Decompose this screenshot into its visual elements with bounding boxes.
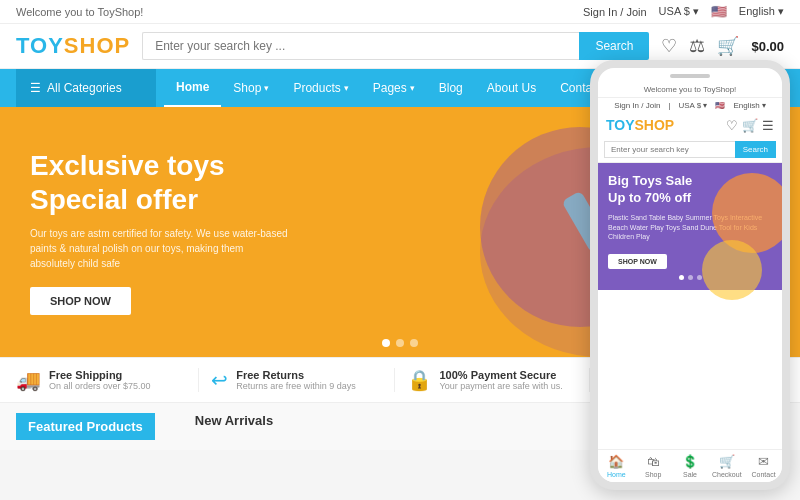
nav-links: Home Shop ▾ Products ▾ Pages ▾ Blog Abou… [164,69,632,107]
new-arrivals-label: New Arrivals [195,413,273,440]
phone-auth-row: Sign In / Join | USA $ ▾ 🇺🇸 English ▾ [598,98,782,113]
shipping-title: Free Shipping [49,369,151,381]
phone-nav-home[interactable]: 🏠 Home [598,454,635,478]
returns-sub: Returns are free within 9 days [236,381,356,391]
phone-dot-3[interactable] [697,275,702,280]
search-bar: Search [142,32,649,60]
cart-price[interactable]: $0.00 [751,39,784,54]
phone-contact-icon: ✉ [758,454,769,469]
search-input[interactable] [142,32,579,60]
phone-dot-1[interactable] [679,275,684,280]
hamburger-icon: ☰ [30,81,41,95]
phone-language[interactable]: English ▾ [733,101,765,110]
phone-wishlist-icon[interactable]: ♡ [726,118,738,133]
phone-logo: TOYSHOP [606,117,674,133]
all-categories-btn[interactable]: ☰ All Categories [16,69,156,107]
payment-sub: Your payment are safe with us. [440,381,563,391]
phone-search: Search [598,137,782,163]
mobile-phone-overlay: Welcome you to ToyShop! Sign In / Join |… [590,60,790,490]
phone-menu-icon[interactable]: ☰ [762,118,774,133]
phone-search-input[interactable] [604,141,735,158]
phone-nav-sale[interactable]: 💲 Sale [672,454,709,478]
phone-nav-contact[interactable]: ✉ Contact [745,454,782,478]
shipping-icon: 🚚 [16,368,41,392]
shipping-sub: On all orders over $75.00 [49,381,151,391]
wishlist-icon[interactable]: ♡ [661,35,677,57]
payment-icon: 🔒 [407,368,432,392]
logo-toy: TOY [16,33,64,58]
top-bar: Welcome you to ToyShop! Sign In / Join U… [0,0,800,24]
phone-dot-2[interactable] [688,275,693,280]
returns-title: Free Returns [236,369,356,381]
feature-payment: 🔒 100% Payment Secure Your payment are s… [395,368,590,392]
hero-title: Exclusive toys Special offer [30,149,290,216]
phone-search-button[interactable]: Search [735,141,776,158]
phone-hero-shop-now-button[interactable]: SHOP NOW [608,254,667,269]
phone-inner: Welcome you to ToyShop! Sign In / Join |… [598,82,782,482]
phone-welcome: Welcome you to ToyShop! [644,85,737,94]
phone-checkout-icon: 🛒 [719,454,735,469]
compare-icon[interactable]: ⚖ [689,35,705,57]
nav-pages[interactable]: Pages ▾ [361,69,427,107]
phone-hero-circle2 [702,240,762,300]
phone-home-icon: 🏠 [608,454,624,469]
phone-bottom-nav: 🏠 Home 🛍 Shop 💲 Sale 🛒 Checkout ✉ [598,449,782,482]
feature-shipping: 🚚 Free Shipping On all orders over $75.0… [16,368,199,392]
phone-header: TOYSHOP ♡ 🛒 ☰ [598,113,782,137]
currency-selector[interactable]: USA $ ▾ [659,5,699,18]
dot-3[interactable] [410,339,418,347]
dot-1[interactable] [382,339,390,347]
search-button[interactable]: Search [579,32,649,60]
phone-nav-checkout[interactable]: 🛒 Checkout [708,454,745,478]
hero-dots [382,339,418,347]
phone-currency[interactable]: USA $ ▾ [678,101,707,110]
nav-home[interactable]: Home [164,69,221,107]
phone-signin[interactable]: Sign In / Join [614,101,660,110]
hero-description: Our toys are astm certified for safety. … [30,226,290,271]
phone-header-icons: ♡ 🛒 ☰ [726,118,774,133]
phone-shop-icon: 🛍 [647,454,660,469]
feature-returns: ↩ Free Returns Returns are free within 9… [199,368,394,392]
header-icons: ♡ ⚖ 🛒 $0.00 [661,35,784,57]
language-selector[interactable]: English ▾ [739,5,784,18]
phone-cart-icon[interactable]: 🛒 [742,118,758,133]
phone-speaker [670,74,710,78]
phone-logo-shop: SHOP [635,117,675,133]
phone-topbar: Welcome you to ToyShop! [598,82,782,98]
hero-shop-now-button[interactable]: SHOP NOW [30,287,131,315]
cart-icon[interactable]: 🛒 [717,35,739,57]
nav-shop[interactable]: Shop ▾ [221,69,281,107]
dot-2[interactable] [396,339,404,347]
phone-sale-icon: 💲 [682,454,698,469]
logo: TOYSHOP [16,33,130,59]
returns-icon: ↩ [211,368,228,392]
payment-title: 100% Payment Secure [440,369,563,381]
phone-nav-shop[interactable]: 🛍 Shop [635,454,672,478]
featured-products-label: Featured Products [16,413,155,440]
nav-blog[interactable]: Blog [427,69,475,107]
signin-link[interactable]: Sign In / Join [583,6,647,18]
logo-shop: SHOP [64,33,130,58]
welcome-text: Welcome you to ToyShop! [16,6,143,18]
hero-content: Exclusive toys Special offer Our toys ar… [0,119,320,345]
phone-hero: Big Toys Sale Up to 70% off Plastic Sand… [598,163,782,290]
nav-products[interactable]: Products ▾ [281,69,360,107]
nav-about[interactable]: About Us [475,69,548,107]
phone-logo-toy: TOY [606,117,635,133]
